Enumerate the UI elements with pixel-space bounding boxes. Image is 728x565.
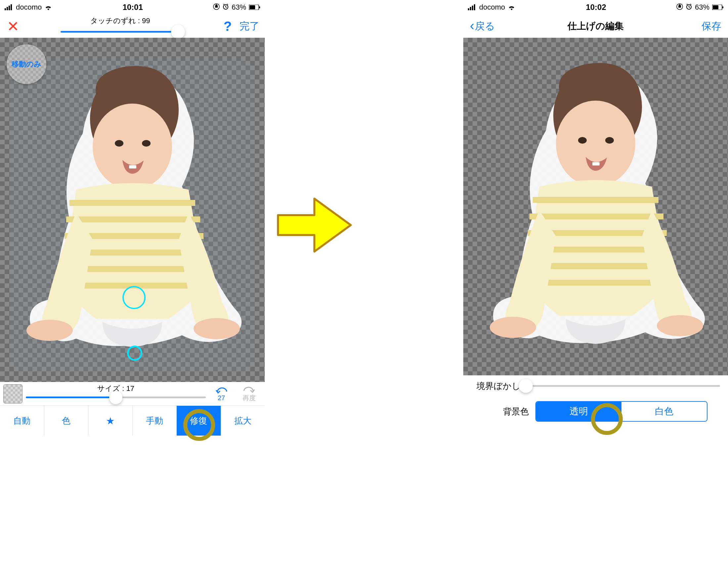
preview-canvas[interactable] [463, 38, 728, 375]
redo-button[interactable]: 再度 [237, 385, 261, 402]
battery-icon [712, 5, 723, 10]
page-title: 仕上げの編集 [568, 20, 624, 32]
tab-zoom[interactable]: 拡大 [221, 406, 265, 436]
svg-point-10 [115, 140, 123, 147]
undo-icon [214, 386, 229, 394]
chevron-left-icon: ‹ [470, 19, 474, 32]
orientation-lock-icon [676, 3, 683, 12]
back-label: 戻る [475, 20, 495, 33]
save-button[interactable]: 保存 [702, 20, 721, 33]
battery-pct: 63% [695, 3, 709, 12]
done-button[interactable]: 完了 [240, 20, 259, 33]
signal-icon [5, 4, 13, 10]
slider-thumb[interactable] [519, 379, 533, 393]
back-button[interactable]: ‹ 戻る [470, 20, 495, 33]
finish-topbar: ‹ 戻る 仕上げの編集 保存 [463, 15, 728, 38]
wifi-icon [44, 4, 52, 10]
carrier-label: docomo [479, 3, 505, 12]
subject-baby-cutout [10, 47, 255, 358]
right-screen: docomo 10:02 63% ‹ 戻る 仕上げの編集 保存 [463, 0, 728, 426]
touch-offset-label: タッチのずれ : 99 [90, 16, 150, 26]
edge-blur-row: 境界ぼかし [463, 375, 728, 397]
brush-cursor-target [127, 346, 142, 361]
tab-auto[interactable]: 自動 [0, 406, 44, 436]
undo-button[interactable]: 27 [209, 386, 234, 402]
subject-baby-cutout [473, 44, 718, 355]
touch-offset-control: タッチのずれ : 99 [24, 16, 216, 36]
tab-repair[interactable]: 修復 [177, 406, 221, 436]
svg-rect-16 [470, 7, 471, 10]
edge-blur-slider[interactable] [526, 379, 720, 393]
carrier-label: docomo [16, 3, 42, 12]
wifi-icon [508, 4, 516, 10]
svg-rect-17 [472, 6, 473, 10]
tab-star[interactable]: ★ [88, 406, 133, 436]
editor-topbar: ✕ タッチのずれ : 99 ? 完了 [0, 15, 265, 38]
edge-blur-label: 境界ぼかし [477, 380, 521, 392]
svg-rect-0 [5, 8, 6, 10]
background-color-row: 背景色 透明 白色 [463, 397, 728, 426]
svg-point-26 [605, 137, 614, 144]
undo-count: 27 [218, 394, 225, 402]
move-only-label: 移動のみ [12, 59, 41, 69]
redo-icon [242, 385, 256, 394]
svg-point-9 [93, 104, 172, 190]
battery-pct: 63% [232, 3, 246, 12]
redo-label: 再度 [243, 394, 256, 402]
svg-rect-18 [474, 4, 475, 10]
svg-rect-7 [250, 5, 255, 9]
move-only-badge[interactable]: 移動のみ [7, 44, 46, 84]
orientation-lock-icon [213, 3, 220, 12]
transparency-chip[interactable] [3, 384, 23, 403]
segment-transparent[interactable]: 透明 [536, 402, 621, 421]
svg-point-14 [194, 318, 240, 339]
clock: 10:02 [586, 3, 606, 12]
tool-tabs: 自動 色 ★ 手動 修復 拡大 [0, 406, 265, 436]
arrow-icon [275, 195, 354, 255]
tab-color[interactable]: 色 [44, 406, 89, 436]
svg-point-28 [490, 317, 536, 338]
svg-point-13 [26, 320, 73, 341]
status-bar: docomo 10:02 63% [463, 0, 728, 15]
clock: 10:01 [122, 3, 143, 12]
svg-rect-22 [713, 5, 718, 9]
alarm-icon [686, 3, 692, 12]
touch-offset-slider[interactable] [61, 27, 180, 36]
brush-cursor-preview [122, 286, 146, 309]
svg-point-11 [142, 140, 151, 147]
svg-point-25 [578, 137, 587, 144]
svg-rect-23 [722, 6, 723, 8]
close-button[interactable]: ✕ [5, 18, 21, 35]
slider-thumb[interactable] [109, 391, 122, 404]
segment-white[interactable]: 白色 [621, 402, 707, 421]
editor-canvas[interactable]: 移動のみ [0, 38, 265, 382]
tab-manual[interactable]: 手動 [133, 406, 177, 436]
svg-point-29 [657, 315, 703, 336]
background-segmented-control: 透明 白色 [535, 401, 707, 422]
slider-thumb[interactable] [171, 25, 185, 39]
svg-rect-3 [11, 4, 12, 10]
help-button[interactable]: ? [220, 19, 236, 34]
svg-point-24 [556, 101, 635, 187]
svg-rect-2 [9, 6, 10, 10]
signal-icon [468, 4, 477, 10]
brush-size-row: サイズ : 17 27 再度 [0, 382, 265, 406]
svg-rect-8 [259, 6, 260, 8]
background-color-label: 背景色 [503, 406, 529, 417]
status-bar: docomo 10:01 63% [0, 0, 265, 15]
svg-rect-1 [7, 7, 8, 10]
svg-rect-27 [592, 162, 600, 165]
svg-rect-12 [129, 165, 136, 168]
battery-icon [249, 5, 260, 10]
left-screen: docomo 10:01 63% ✕ タッチのずれ : 99 [0, 0, 265, 436]
svg-rect-15 [468, 8, 469, 10]
alarm-icon [222, 3, 229, 12]
